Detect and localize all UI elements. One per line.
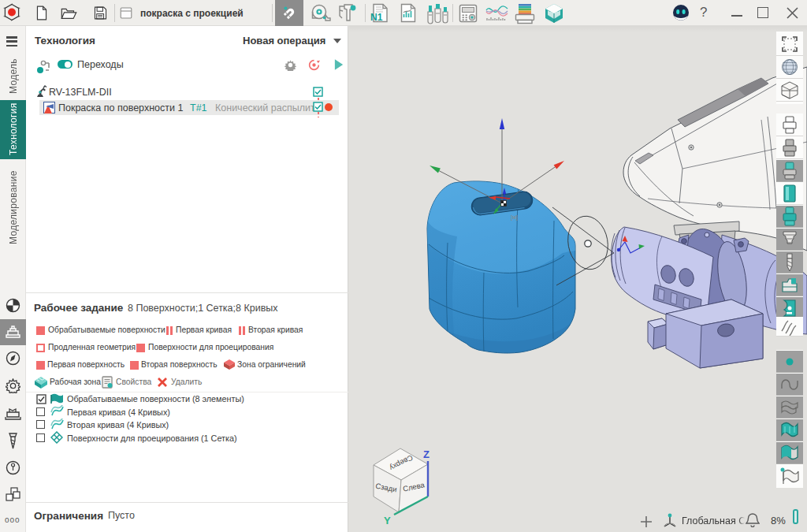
svg-text:Y: Y	[384, 515, 391, 526]
svg-text:[м]: [м]	[511, 214, 518, 221]
svg-text:N1: N1	[370, 12, 383, 23]
svg-text:Z: Z	[423, 448, 430, 460]
